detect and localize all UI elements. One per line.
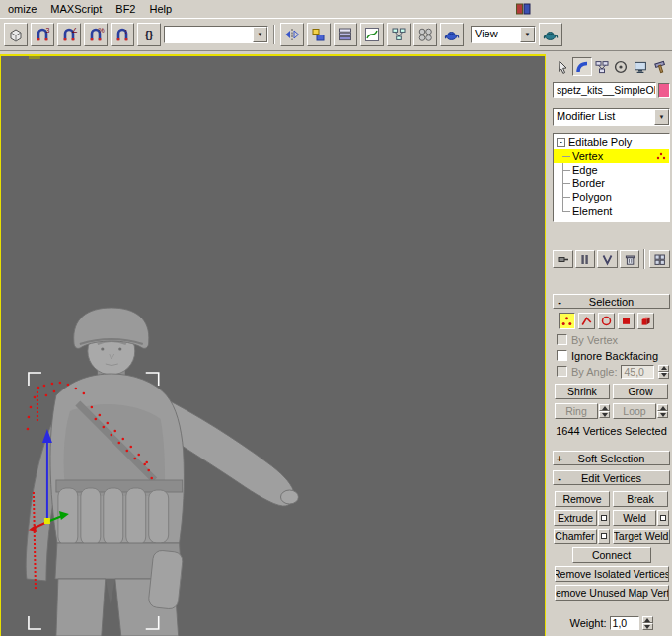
curve-editor-button[interactable] [360,23,384,46]
snap-toggle-3d-button[interactable]: 3 [31,23,54,46]
align-icon [310,26,328,43]
menu-item-customize[interactable]: omize [1,1,43,17]
ignore-backfacing-label: Ignore Backfacing [571,350,658,362]
material-editor-button[interactable] [413,23,437,46]
chamfer-button[interactable]: Chamfer [554,529,597,544]
command-panel-tabs [553,57,670,76]
remove-unused-map-verts-button[interactable]: Remove Unused Map Verts [555,585,669,601]
quick-render-button[interactable] [539,23,562,46]
modifier-list-dropdown[interactable]: Modifier List ▼ [553,108,670,126]
by-vertex-checkbox[interactable] [557,334,567,345]
tab-modify[interactable] [572,57,592,76]
rollout-soft-selection-header[interactable]: + Soft Selection [553,451,670,465]
remove-modifier-button[interactable] [620,250,640,268]
percent-snap-button[interactable]: % [84,23,108,46]
align-button[interactable] [307,23,331,46]
modifier-stack[interactable]: - Editable Poly Vertex Edge Border Polyg… [553,133,670,222]
motion-wheel-icon [613,59,629,75]
object-name-field[interactable]: spetz_kits__SimpleObject [553,82,656,98]
vertex-icon [560,315,573,327]
edge-subobject-button[interactable] [578,313,595,329]
loop-spinner[interactable] [657,404,668,418]
ignore-backfacing-row: Ignore Backfacing [557,349,670,362]
chamfer-settings-button[interactable] [598,529,610,544]
ring-button[interactable]: Ring [555,403,598,419]
layer-manager-button[interactable] [334,23,357,46]
rollout-selection-header[interactable]: - Selection [553,294,670,309]
chevron-down-icon[interactable]: ▼ [654,109,669,125]
weld-button[interactable]: Weld [613,510,656,526]
show-end-result-button[interactable] [575,250,596,268]
rollout-edit-vertices-header[interactable]: - Edit Vertices [553,470,670,485]
chevron-down-icon[interactable]: ▼ [520,27,535,42]
stack-item-element[interactable]: Element [554,204,669,218]
menu-item-help[interactable]: Help [143,1,180,17]
weld-settings-button[interactable] [657,510,669,526]
utilities-hammer-icon [652,59,668,75]
svg-text:↕: ↕ [124,28,128,35]
manipulate-button[interactable] [4,23,28,46]
polygon-subobject-button[interactable] [618,313,635,329]
weight-spinner[interactable] [642,616,653,630]
tab-create[interactable] [553,57,572,76]
remove-button[interactable]: Remove [555,491,610,507]
stack-item-polygon[interactable]: Polygon [554,190,669,204]
stack-toolbar [553,249,670,269]
element-subobject-button[interactable] [637,313,654,329]
rollout-title: Selection [565,296,657,308]
settings-box-icon [660,515,666,521]
ring-spinner[interactable] [599,404,610,418]
tab-hierarchy[interactable] [592,57,612,76]
teapot-icon [443,26,461,43]
shrink-button[interactable]: Shrink [555,384,610,399]
named-selection-dropdown[interactable]: ▼ [164,26,268,43]
collapse-minus-icon[interactable]: - [557,138,565,147]
material-balls-icon [416,26,434,43]
grow-button[interactable]: Grow [613,384,668,399]
collapse-minus-icon: - [554,296,565,308]
menu-item-bf2[interactable]: BF2 [109,1,142,17]
magnet-3d-icon: 3 [34,26,51,43]
chevron-down-icon[interactable]: ▼ [253,27,267,42]
ignore-backfacing-checkbox[interactable] [557,350,567,361]
svg-text:%: % [99,27,105,34]
tab-display[interactable] [631,57,650,76]
magnet-percent-icon: % [87,26,105,43]
spinner-snap-button[interactable]: ↕ [111,23,134,46]
break-button[interactable]: Break [613,491,668,507]
stack-item-vertex[interactable]: Vertex [554,149,669,163]
extrude-button[interactable]: Extrude [554,510,597,526]
stack-item-border[interactable]: Border [554,177,669,190]
hierarchy-icon [594,59,610,75]
schematic-view-button[interactable] [387,23,411,46]
perspective-viewport[interactable] [0,54,546,636]
connect-button[interactable]: Connect [572,547,651,563]
vertex-subobject-button[interactable] [559,313,575,329]
remove-isolated-vertices-button[interactable]: Remove Isolated Vertices [555,566,669,582]
object-color-swatch[interactable] [658,83,670,98]
loop-button[interactable]: Loop [613,403,656,419]
make-unique-button[interactable] [597,250,618,268]
menu-item-maxscript[interactable]: MAXScript [43,1,109,17]
border-subobject-button[interactable] [598,313,615,329]
by-angle-checkbox[interactable] [557,366,567,377]
stack-item-edge[interactable]: Edge [554,163,669,177]
extrude-settings-button[interactable] [598,510,610,526]
render-type-dropdown[interactable]: View ▼ [471,26,536,43]
target-weld-button[interactable]: Target Weld [613,529,670,544]
stack-item-editable-poly[interactable]: - Editable Poly [554,135,669,149]
pin-stack-button[interactable] [553,250,573,268]
curve-editor-icon [363,26,381,43]
named-selection-sets-button[interactable]: {} [137,23,161,46]
render-setup-button[interactable] [440,23,464,46]
mirror-button[interactable] [280,23,304,46]
by-angle-spinner[interactable] [658,365,669,379]
tab-utilities[interactable] [650,57,670,76]
cube-icon [7,26,25,43]
by-angle-field[interactable]: 45,0 [621,365,654,379]
configure-modifier-sets-button[interactable] [649,250,670,268]
tab-motion[interactable] [611,57,631,76]
weight-field[interactable]: 1,0 [610,616,639,630]
floating-toolbar-icon[interactable] [516,2,531,16]
angle-snap-button[interactable]: ∠ [57,23,81,46]
